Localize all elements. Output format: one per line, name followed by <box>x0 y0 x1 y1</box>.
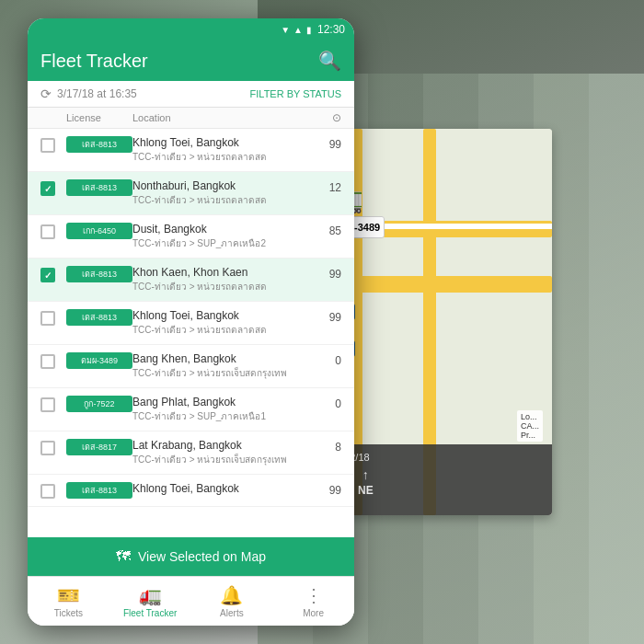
vehicle-row[interactable]: เดส-8813Khlong Toei, BangkokTCC-ท่าเดียว… <box>28 129 354 172</box>
location-info: Khlong Toei, BangkokTCC-ท่าเดียว > หน่วย… <box>132 309 319 337</box>
check-area <box>40 352 66 369</box>
location-main: Khlong Toei, Bangkok <box>132 482 319 495</box>
location-route: TCC-ท่าเดียว > SUP_ภาคเหนือ2 <box>132 236 319 250</box>
signal-icon: ▼ <box>281 25 290 35</box>
vehicle-checkbox[interactable] <box>40 441 55 455</box>
license-plate: เดส-8817 <box>66 439 132 455</box>
nav-item-alerts[interactable]: 🔔Alerts <box>191 577 273 626</box>
nav-icon-tickets: 🎫 <box>57 584 80 606</box>
vehicle-checkbox[interactable] <box>40 311 55 326</box>
plate-badge: ตมผ-3489 <box>66 352 132 369</box>
nav-label-more: More <box>303 608 324 618</box>
vehicle-count: 99 <box>319 482 341 497</box>
vehicle-checkbox[interactable] <box>40 397 55 412</box>
plate-badge: กูก-7522 <box>66 396 132 412</box>
location-info: Bang Phlat, BangkokTCC-ท่าเดียว > SUP_ภา… <box>132 396 319 423</box>
filter-date-text: 3/17/18 at 16:35 <box>57 87 137 100</box>
app-title: Fleet Tracker <box>40 51 148 72</box>
map-location-partial: Lo...CA...Pr... <box>517 410 543 442</box>
nav-item-more[interactable]: ⋮More <box>272 577 354 626</box>
location-info: Khlong Toei, BangkokTCC-ท่าเดียว > หน่วย… <box>132 136 319 164</box>
app-header: Fleet Tracker 🔍 <box>28 40 354 81</box>
vehicle-row[interactable]: เกก-6450Dusit, BangkokTCC-ท่าเดียว > SUP… <box>28 215 354 259</box>
wifi-icon: ▲ <box>293 25 303 35</box>
license-plate: ตมผ-3489 <box>66 352 132 369</box>
location-info: Dusit, BangkokTCC-ท่าเดียว > SUP_ภาคเหนื… <box>132 223 319 250</box>
vehicle-checkbox[interactable] <box>40 138 55 153</box>
vehicle-count: 12 <box>319 179 341 194</box>
vehicle-count: 8 <box>319 439 341 454</box>
vehicle-row[interactable]: กูก-7522Bang Phlat, BangkokTCC-ท่าเดียว … <box>28 388 354 431</box>
vehicle-checkbox[interactable] <box>40 354 55 369</box>
vehicle-count: 99 <box>319 136 341 151</box>
view-map-label: View Selected on Map <box>138 549 266 564</box>
map-stat-direction: ↑ NE <box>358 467 374 508</box>
status-time: 12:30 <box>317 23 345 36</box>
vehicle-row[interactable]: เดส-8813Khon Kaen, Khon KaenTCC-ท่าเดียว… <box>28 259 354 302</box>
nav-item-fleetTracker[interactable]: 🚛Fleet Tracker <box>109 577 191 626</box>
vehicle-checkbox[interactable] <box>40 484 55 499</box>
location-info: Khlong Toei, Bangkok <box>132 482 319 496</box>
plate-badge: เดส-8813 <box>66 309 132 326</box>
check-area <box>40 179 66 196</box>
location-main: Khlong Toei, Bangkok <box>132 309 319 322</box>
location-main: Bang Khen, Bangkok <box>132 352 319 365</box>
battery-icon: ▮ <box>306 25 312 35</box>
check-area <box>40 266 66 282</box>
license-plate: เกก-6450 <box>66 223 132 239</box>
vehicle-row[interactable]: เดส-8817Lat Krabang, BangkokTCC-ท่าเดียว… <box>28 431 354 475</box>
location-route: TCC-ท่าเดียว > หน่วยรถเจ็บสดกรุงเทพ <box>132 453 319 466</box>
vehicle-count: 0 <box>319 396 341 410</box>
filter-by-status-button[interactable]: FILTER BY STATUS <box>250 88 341 99</box>
vehicle-checkbox[interactable] <box>40 181 55 196</box>
location-route: TCC-ท่าเดียว > หน่วยรถเจ็บสดกรุงเทพ <box>132 366 319 380</box>
refresh-icon[interactable]: ⟳ <box>40 86 52 101</box>
search-icon[interactable]: 🔍 <box>318 50 341 72</box>
license-plate: เดส-8813 <box>66 482 132 499</box>
location-info: Lat Krabang, BangkokTCC-ท่าเดียว > หน่วย… <box>132 439 319 466</box>
location-route: TCC-ท่าเดียว > หน่วยรถตลาดสด <box>132 323 319 337</box>
check-area <box>40 309 66 326</box>
map-marker-icon: 🗺 <box>116 548 131 565</box>
phone-frame: ▼ ▲ ▮ 12:30 Fleet Tracker 🔍 ⟳ 3/17/18 at… <box>28 18 354 626</box>
license-plate: เดส-8813 <box>66 309 132 326</box>
vehicle-count: 85 <box>319 223 341 237</box>
filter-bar: ⟳ 3/17/18 at 16:35 FILTER BY STATUS <box>28 81 354 108</box>
license-plate: เดส-8813 <box>66 179 132 196</box>
nav-icon-alerts: 🔔 <box>220 584 243 606</box>
nav-label-alerts: Alerts <box>220 608 244 618</box>
plate-badge: เดส-8813 <box>66 179 132 196</box>
status-icons: ▼ ▲ ▮ <box>281 25 312 35</box>
location-route: TCC-ท่าเดียว > หน่วยรถตลาดสด <box>132 280 319 293</box>
location-info: Nonthaburi, BangkokTCC-ท่าเดียว > หน่วยร… <box>132 179 319 207</box>
table-header: License Location ⊙ <box>28 108 354 129</box>
vehicle-row[interactable]: เดส-8813Khlong Toei, Bangkok99 <box>28 475 354 507</box>
direction-value: NE <box>358 484 374 497</box>
check-area <box>40 223 66 239</box>
nav-icon-fleetTracker: 🚛 <box>139 584 162 606</box>
count-col-header: ⊙ <box>319 111 341 124</box>
vehicle-row[interactable]: ตมผ-3489Bang Khen, BangkokTCC-ท่าเดียว >… <box>28 345 354 388</box>
nav-icon-more: ⋮ <box>305 584 323 606</box>
vehicle-count: 0 <box>319 352 341 367</box>
view-map-button[interactable]: 🗺 View Selected on Map <box>28 537 354 576</box>
location-route: TCC-ท่าเดียว > หน่วยรถตลาดสด <box>132 193 319 207</box>
license-plate: กูก-7522 <box>66 396 132 412</box>
plate-badge: เดส-8813 <box>66 136 132 153</box>
vehicle-checkbox[interactable] <box>40 268 55 282</box>
location-main: Dusit, Bangkok <box>132 223 319 236</box>
location-main: Khon Kaen, Khon Kaen <box>132 266 319 279</box>
bottom-nav: 🎫Tickets🚛Fleet Tracker🔔Alerts⋮More <box>28 576 354 626</box>
check-area <box>40 482 66 499</box>
license-plate: เดส-8813 <box>66 136 132 153</box>
location-route: TCC-ท่าเดียว > หน่วยรถตลาดสด <box>132 150 319 164</box>
vehicle-row[interactable]: เดส-8813Khlong Toei, BangkokTCC-ท่าเดียว… <box>28 302 354 345</box>
nav-label-tickets: Tickets <box>54 608 83 618</box>
status-bar: ▼ ▲ ▮ 12:30 <box>28 18 354 40</box>
vehicle-row[interactable]: เดส-8813Nonthaburi, BangkokTCC-ท่าเดียว … <box>28 172 354 215</box>
vehicle-checkbox[interactable] <box>40 224 55 239</box>
nav-item-tickets[interactable]: 🎫Tickets <box>28 577 109 626</box>
plate-badge: เดส-8813 <box>66 482 132 499</box>
vehicle-list[interactable]: เดส-8813Khlong Toei, BangkokTCC-ท่าเดียว… <box>28 129 354 537</box>
location-col-header: Location <box>132 112 319 123</box>
